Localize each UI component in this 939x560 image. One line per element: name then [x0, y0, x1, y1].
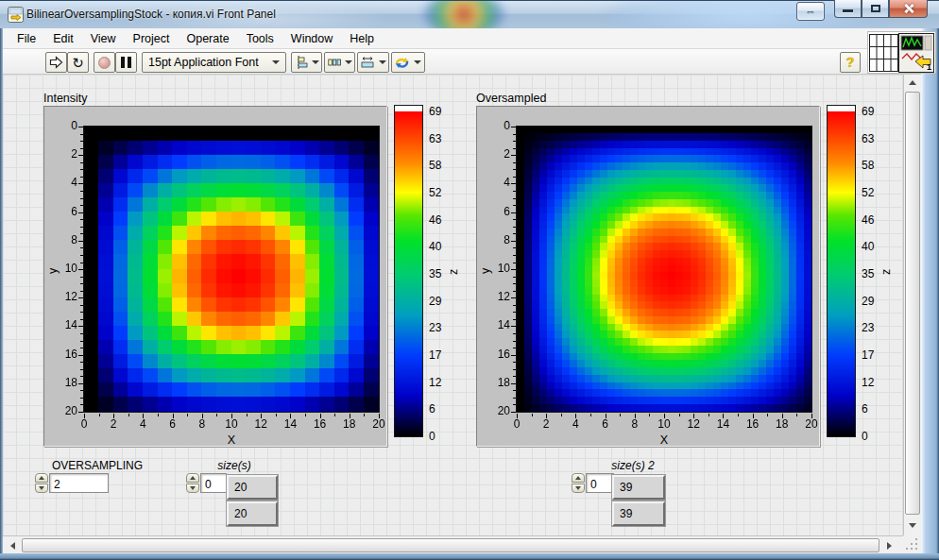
y-minor-tick [80, 233, 83, 234]
y-minor-tick [513, 263, 516, 263]
distribute-objects-button[interactable] [324, 52, 355, 73]
y-tick-mark [78, 355, 83, 356]
oversampled-z-axis-label: z [879, 262, 893, 275]
menu-item-window[interactable]: Window [282, 30, 341, 47]
y-minor-tick [80, 227, 83, 228]
decrement-button[interactable] [35, 484, 48, 493]
triangle-down-icon [39, 486, 44, 490]
y-tick-mark [511, 127, 516, 127]
increment-button[interactable] [35, 473, 48, 483]
chevron-down-icon [345, 60, 352, 64]
x-tick-label: 20 [367, 417, 391, 431]
close-button[interactable] [889, 0, 928, 18]
menu-item-file[interactable]: File [9, 30, 44, 47]
scale-tick-label: 63 [429, 132, 441, 145]
y-minor-tick [80, 333, 83, 334]
y-minor-tick [513, 219, 516, 220]
x-tick-label: 20 [799, 417, 824, 431]
y-tick-mark [78, 155, 83, 156]
y-minor-tick [80, 191, 83, 192]
abort-button[interactable] [94, 52, 115, 73]
y-tick-label: 18 [45, 376, 77, 389]
maximize-button[interactable] [862, 0, 889, 18]
resize-objects-button[interactable] [357, 52, 389, 73]
scroll-down-button[interactable] [904, 518, 921, 533]
increment-button[interactable] [572, 473, 585, 483]
run-continuous-button[interactable]: ↻ [67, 52, 89, 73]
reorder-objects-button[interactable] [391, 52, 425, 73]
minimize-button[interactable] [834, 0, 862, 18]
decrement-button[interactable] [572, 484, 585, 493]
x-minor-tick [590, 414, 591, 416]
scroll-right-button[interactable] [881, 537, 896, 553]
oversampling-spinner [35, 473, 48, 493]
size2-index-field[interactable] [586, 473, 614, 493]
y-tick-label: 16 [478, 348, 510, 361]
y-tick-label: 10 [478, 262, 510, 275]
chevron-down-icon [312, 60, 319, 64]
aero-blur-graph [423, 0, 504, 28]
vi-icon[interactable]: 1 [898, 33, 934, 73]
caption-buttons [834, 0, 928, 18]
horizontal-scroll-thumb[interactable] [22, 538, 879, 552]
triangle-up-icon [39, 476, 44, 480]
resize-grip[interactable] [903, 535, 921, 553]
x-minor-tick [561, 414, 562, 416]
alignment-grid-icon[interactable] [869, 34, 898, 72]
pause-button[interactable] [115, 52, 137, 73]
x-tick-label: 2 [101, 417, 126, 431]
x-minor-tick [796, 414, 797, 416]
increment-button[interactable] [186, 473, 199, 483]
y-tick-mark [78, 383, 83, 384]
menu-item-tools[interactable]: Tools [238, 30, 282, 47]
y-minor-tick [513, 255, 516, 256]
y-minor-tick [513, 376, 516, 377]
menu-item-help[interactable]: Help [341, 30, 383, 47]
intensity-graph-panel: X y 0246810121416182002468101214161820 [43, 106, 387, 447]
triangle-down-icon [909, 523, 916, 528]
run-button[interactable] [45, 52, 67, 73]
menu-item-operate[interactable]: Operate [178, 30, 237, 47]
menu-bar-items: FileEditViewProjectOperateToolsWindowHel… [9, 30, 383, 47]
scale-tick-label: 52 [862, 186, 874, 199]
menu-item-view[interactable]: View [82, 30, 125, 47]
x-tick-label: 16 [308, 417, 333, 431]
window-border-right [921, 28, 939, 553]
context-help-button[interactable]: ? [840, 52, 861, 73]
oversampled-graph-label: Oversampled [476, 92, 546, 105]
x-minor-tick [276, 414, 277, 416]
decrement-button[interactable] [186, 484, 199, 493]
size1-index-field[interactable] [200, 473, 227, 493]
x-tick-mark [635, 414, 636, 418]
y-minor-tick [80, 198, 83, 199]
menu-item-project[interactable]: Project [125, 30, 179, 47]
menu-item-edit[interactable]: Edit [44, 30, 82, 47]
y-tick-mark [78, 297, 83, 298]
y-minor-tick [513, 162, 516, 163]
oversampling-value-field[interactable] [49, 473, 109, 493]
y-minor-tick [80, 141, 83, 142]
oversampling-label: OVERSAMPLING [36, 459, 159, 472]
y-tick-label: 8 [45, 233, 77, 246]
align-objects-button[interactable] [291, 52, 322, 73]
y-minor-tick [513, 141, 516, 142]
window-border-bottom [0, 553, 939, 560]
y-minor-tick [80, 205, 83, 206]
y-tick-label: 20 [45, 404, 77, 417]
y-minor-tick [80, 404, 83, 405]
scroll-left-button[interactable] [5, 537, 20, 553]
x-tick-mark [575, 414, 576, 418]
font-selector[interactable]: 15pt Application Font [142, 52, 286, 73]
y-tick-label: 14 [45, 318, 77, 331]
scale-tick-label: 35 [862, 267, 874, 280]
y-minor-tick [80, 341, 83, 342]
horizontal-scrollbar[interactable] [3, 535, 903, 553]
window-resize-button[interactable]: ⇔ [796, 2, 825, 21]
scroll-up-button[interactable] [904, 75, 921, 90]
scale-tick-label: 40 [429, 240, 441, 253]
run-arrow-icon [49, 56, 63, 69]
vertical-scroll-thumb[interactable] [905, 92, 920, 515]
y-minor-tick [513, 277, 516, 278]
scale-tick-label: 12 [862, 376, 874, 389]
vertical-scrollbar[interactable] [903, 75, 921, 535]
